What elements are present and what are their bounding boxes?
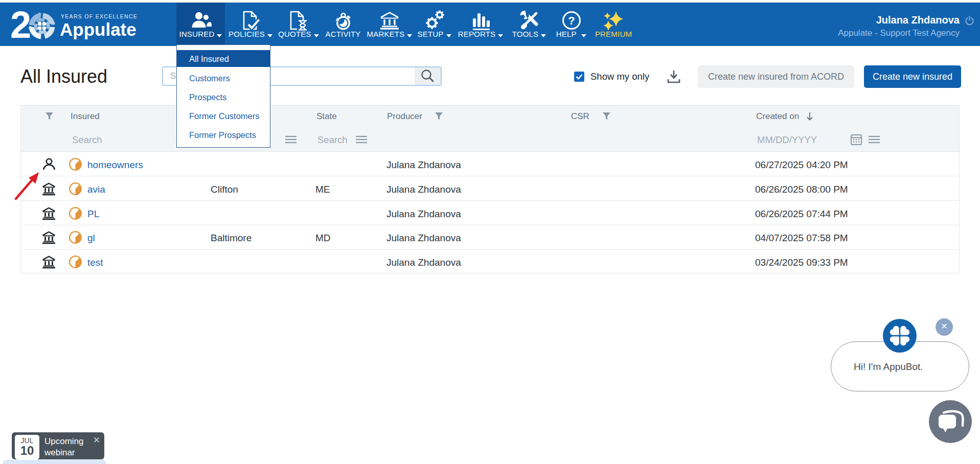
svg-text:?: ? [568,14,575,27]
